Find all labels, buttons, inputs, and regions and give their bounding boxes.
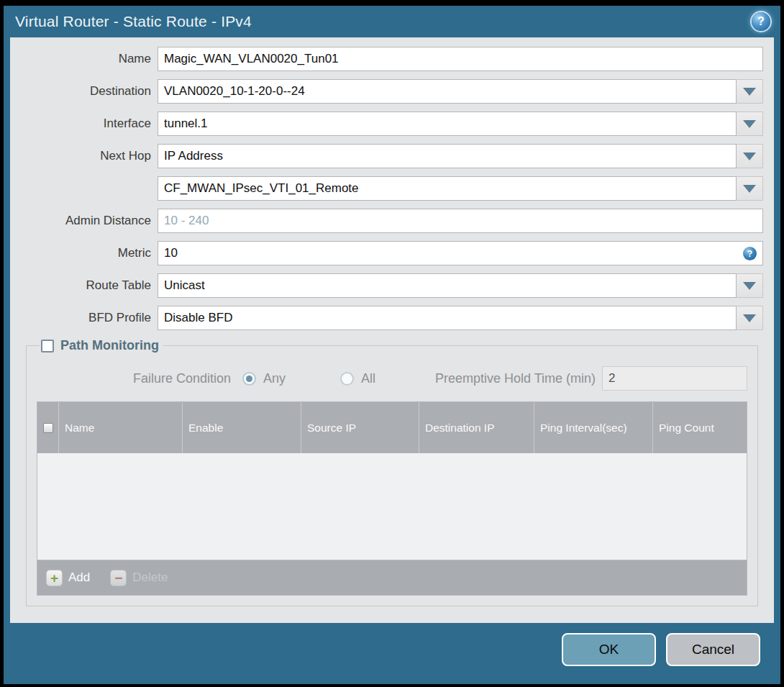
- path-monitoring-checkbox[interactable]: [41, 340, 54, 352]
- route-table-row: Route Table: [10, 273, 774, 298]
- path-monitoring-group: Path Monitoring Failure Condition Any Al…: [26, 338, 758, 606]
- metric-label: Metric: [10, 246, 158, 260]
- dialog-title: Virtual Router - Static Route - IPv4: [15, 13, 252, 30]
- bfd-profile-label: BFD Profile: [10, 311, 158, 325]
- next-hop-address-dropdown-button[interactable]: [737, 176, 763, 201]
- failure-condition-any-radio[interactable]: [242, 372, 256, 386]
- minus-icon: −: [110, 570, 127, 586]
- plus-icon: +: [46, 570, 63, 586]
- failure-condition-all-radio[interactable]: [340, 372, 354, 386]
- table-toolbar: + Add − Delete: [37, 560, 747, 595]
- column-header-ping-count: Ping Count: [652, 402, 747, 453]
- delete-button[interactable]: − Delete: [110, 570, 168, 586]
- metric-input[interactable]: [158, 241, 763, 265]
- dialog-footer: OK Cancel: [4, 623, 780, 684]
- path-monitoring-legend: Path Monitoring: [40, 338, 163, 353]
- interface-row: Interface: [10, 112, 774, 136]
- column-header-name: Name: [58, 402, 182, 453]
- next-hop-type-input[interactable]: [158, 144, 737, 168]
- chevron-down-icon: [743, 120, 756, 128]
- next-hop-row: Next Hop: [10, 144, 774, 168]
- failure-condition-any-label: Any: [263, 371, 286, 386]
- route-table-input[interactable]: [158, 273, 737, 298]
- column-header-enable: Enable: [182, 402, 301, 453]
- column-header-ping-interval: Ping Interval(sec): [534, 402, 652, 453]
- preemptive-hold-time-input[interactable]: [602, 366, 747, 391]
- destination-dropdown-button[interactable]: [737, 79, 763, 104]
- chevron-down-icon: [743, 282, 756, 290]
- next-hop-type-dropdown-button[interactable]: [737, 144, 763, 168]
- interface-dropdown-button[interactable]: [737, 112, 763, 136]
- destination-row: Destination: [10, 79, 774, 104]
- table-select-all-checkbox[interactable]: [43, 423, 53, 433]
- dialog-body: Name Destination Interface: [10, 37, 774, 623]
- metric-help-icon[interactable]: ?: [743, 247, 757, 260]
- preemptive-hold-time-label: Preemptive Hold Time (min): [435, 371, 596, 386]
- add-button-label: Add: [68, 570, 90, 585]
- chevron-down-icon: [743, 314, 756, 322]
- next-hop-label: Next Hop: [10, 149, 158, 163]
- bfd-profile-input[interactable]: [158, 306, 737, 330]
- failure-condition-label: Failure Condition: [37, 371, 231, 386]
- failure-condition-row: Failure Condition Any All Preemptive Hol…: [37, 366, 747, 391]
- admin-distance-row: Admin Distance: [10, 209, 774, 233]
- static-route-dialog: Virtual Router - Static Route - IPv4 ? N…: [0, 0, 784, 687]
- help-icon[interactable]: ?: [752, 12, 770, 31]
- name-label: Name: [10, 52, 158, 66]
- bfd-profile-row: BFD Profile: [10, 306, 774, 330]
- path-monitoring-title: Path Monitoring: [60, 338, 159, 353]
- destination-input[interactable]: [158, 79, 737, 104]
- add-button[interactable]: + Add: [46, 570, 90, 586]
- next-hop-value-row: [10, 176, 774, 201]
- next-hop-address-input[interactable]: [158, 176, 737, 201]
- interface-label: Interface: [10, 117, 158, 131]
- interface-input[interactable]: [158, 112, 737, 136]
- cancel-button[interactable]: Cancel: [666, 633, 760, 666]
- chevron-down-icon: [743, 153, 756, 160]
- bfd-profile-dropdown-button[interactable]: [737, 306, 763, 330]
- delete-button-label: Delete: [132, 570, 168, 585]
- table-header-row: Name Enable Source IP Destination IP Pin…: [37, 402, 747, 453]
- admin-distance-label: Admin Distance: [10, 214, 158, 228]
- name-row: Name: [10, 47, 774, 71]
- chevron-down-icon: [743, 185, 756, 193]
- route-table-label: Route Table: [10, 278, 158, 293]
- path-monitoring-table: Name Enable Source IP Destination IP Pin…: [37, 401, 747, 596]
- failure-condition-all-label: All: [361, 371, 375, 386]
- name-input[interactable]: [158, 47, 763, 71]
- column-header-source-ip: Source IP: [301, 402, 419, 453]
- destination-label: Destination: [10, 84, 158, 99]
- route-table-dropdown-button[interactable]: [737, 273, 763, 298]
- admin-distance-input[interactable]: [158, 209, 763, 233]
- chevron-down-icon: [743, 88, 756, 96]
- ok-button[interactable]: OK: [562, 633, 656, 666]
- metric-row: Metric ?: [10, 241, 774, 265]
- table-body-empty: [37, 453, 747, 560]
- column-header-destination-ip: Destination IP: [419, 402, 534, 453]
- dialog-titlebar: Virtual Router - Static Route - IPv4 ?: [4, 6, 780, 37]
